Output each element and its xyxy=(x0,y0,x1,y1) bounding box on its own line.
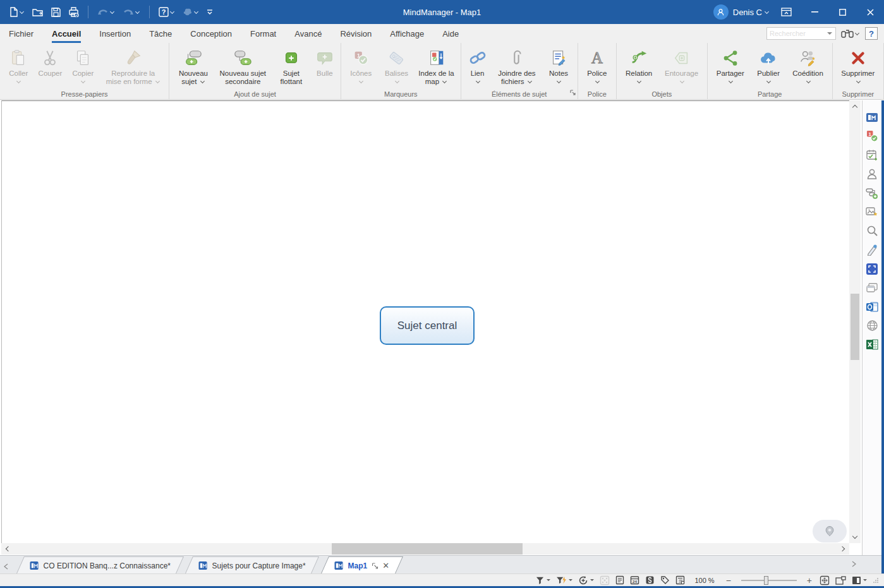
couper-button[interactable]: Couper xyxy=(35,45,66,79)
tab-tache[interactable]: Tâche xyxy=(149,24,172,43)
user-avatar[interactable] xyxy=(713,4,729,20)
user-menu[interactable]: Denis C xyxy=(733,8,762,17)
tab-affichage[interactable]: Affichage xyxy=(390,24,424,43)
close-tab-icon[interactable]: ✕ xyxy=(382,561,389,570)
outlook-panel-icon[interactable] xyxy=(864,300,880,313)
open-button[interactable] xyxy=(30,6,46,19)
tab-aide[interactable]: Aide xyxy=(442,24,459,43)
topic-links-toggle-button[interactable] xyxy=(645,575,655,585)
icones-button[interactable]: 1 Icônes xyxy=(344,45,378,87)
images-panel-icon[interactable] xyxy=(864,205,880,219)
document-tab-active[interactable]: Map1 ✕ xyxy=(321,556,403,573)
task-info-toggle-button[interactable]: 24 xyxy=(630,575,639,585)
map-locator-button[interactable] xyxy=(813,520,847,543)
tab-accueil[interactable]: Accueil xyxy=(52,24,81,43)
find-button[interactable] xyxy=(841,29,860,39)
document-tab[interactable]: Sujets pour Capture Image* xyxy=(185,556,319,573)
sujet-flottant-button[interactable]: Sujet flottant xyxy=(271,45,312,87)
fit-map-button[interactable] xyxy=(820,575,830,585)
document-tab[interactable]: CO EDITION Banq...z Connaissance* xyxy=(16,556,184,573)
help-button[interactable]: ? xyxy=(156,5,178,19)
tab-scroll-left-button[interactable] xyxy=(0,560,11,573)
search-panel-icon[interactable] xyxy=(864,224,880,237)
tab-avance[interactable]: Avancé xyxy=(294,24,322,43)
resources-panel-icon[interactable] xyxy=(864,167,880,181)
relation-button[interactable]: Relation xyxy=(619,45,658,87)
search-input[interactable] xyxy=(767,30,827,37)
ink-panel-icon[interactable] xyxy=(864,243,880,256)
lien-button[interactable]: Lien xyxy=(464,45,492,87)
outline-view-button[interactable] xyxy=(675,575,685,585)
excel-panel-icon[interactable] xyxy=(864,338,880,351)
ink-tools-button[interactable] xyxy=(180,6,202,18)
new-document-button[interactable] xyxy=(6,5,27,19)
task-info-panel-icon[interactable] xyxy=(864,148,880,162)
horizontal-scrollbar[interactable] xyxy=(1,543,849,555)
map-parts-panel-icon[interactable] xyxy=(864,186,880,200)
reproduire-mise-en-forme-button[interactable]: Reproduire la mise en forme xyxy=(100,45,166,87)
central-topic[interactable]: Sujet central xyxy=(380,306,475,345)
nouveau-sujet-secondaire-button[interactable]: Nouveau sujet secondaire xyxy=(215,45,271,87)
bulle-button[interactable]: Bulle xyxy=(312,45,338,79)
nouveau-sujet-button[interactable]: Nouveau sujet xyxy=(172,45,215,87)
scroll-up-arrow[interactable] xyxy=(849,102,861,112)
publier-button[interactable]: Publier xyxy=(751,45,787,87)
scroll-left-arrow[interactable] xyxy=(3,543,13,555)
capture-panel-icon[interactable] xyxy=(864,262,880,275)
tags-toggle-button[interactable] xyxy=(660,575,670,585)
web-panel-icon[interactable] xyxy=(864,319,880,332)
notes-toggle-button[interactable] xyxy=(615,575,624,585)
show-panels-button[interactable] xyxy=(835,576,846,585)
ribbon-display-options-button[interactable] xyxy=(781,8,792,16)
markers-panel-icon[interactable]: 1 xyxy=(864,129,880,143)
tab-insertion[interactable]: Insertion xyxy=(99,24,131,43)
minimize-button[interactable] xyxy=(801,0,828,24)
redo-button[interactable] xyxy=(120,6,143,18)
index-de-la-map-button[interactable]: Index de la map xyxy=(415,45,457,87)
save-button[interactable] xyxy=(49,6,63,19)
joindre-des-fichiers-button[interactable]: Joindre des fichiers xyxy=(491,45,542,87)
popout-icon[interactable] xyxy=(372,562,378,568)
filter-button[interactable] xyxy=(535,576,550,585)
resize-grip[interactable] xyxy=(873,577,879,584)
scroll-right-arrow[interactable] xyxy=(838,543,848,555)
scroll-down-arrow[interactable] xyxy=(849,532,861,542)
power-filter-button[interactable] xyxy=(556,576,572,585)
tab-revision[interactable]: Révision xyxy=(340,24,372,43)
maximize-button[interactable] xyxy=(828,0,856,24)
entourage-button[interactable]: Entourage xyxy=(658,45,704,87)
map-canvas[interactable]: Sujet central xyxy=(1,100,849,543)
chevron-down-icon[interactable] xyxy=(765,10,770,15)
zoom-out-button[interactable]: − xyxy=(724,575,733,585)
zoom-in-button[interactable]: + xyxy=(805,575,814,585)
vertical-scrollbar[interactable] xyxy=(849,100,861,543)
search-dropdown-icon[interactable] xyxy=(827,32,832,35)
coller-button[interactable]: Coller xyxy=(3,45,35,87)
windows-panel-icon[interactable] xyxy=(864,281,880,294)
close-button[interactable] xyxy=(856,0,884,24)
tab-fichier[interactable]: Fichier xyxy=(9,24,33,43)
coedition-button[interactable]: Coédition xyxy=(786,45,829,87)
dialog-launcher-icon[interactable] xyxy=(570,88,576,97)
auto-sync-button[interactable] xyxy=(578,575,594,585)
view-mode-button[interactable] xyxy=(852,576,867,585)
partager-button[interactable]: Partager xyxy=(710,45,751,87)
balises-button[interactable]: Balises xyxy=(378,45,415,87)
tab-format[interactable]: Format xyxy=(250,24,276,43)
zoom-slider[interactable] xyxy=(741,580,797,581)
tab-scroll-right-button[interactable] xyxy=(849,557,860,571)
copier-button[interactable]: Copier xyxy=(66,45,100,87)
zoom-slider-thumb[interactable] xyxy=(764,576,768,585)
notes-button[interactable]: Notes xyxy=(542,45,574,87)
police-button[interactable]: A Police xyxy=(581,45,614,87)
horizontal-scrollbar-thumb[interactable] xyxy=(332,543,523,555)
undo-button[interactable] xyxy=(95,6,118,18)
vertical-scrollbar-thumb[interactable] xyxy=(851,294,859,360)
customize-quick-access-button[interactable] xyxy=(204,7,215,17)
supprimer-button[interactable]: Supprimer xyxy=(835,45,881,87)
print-button[interactable] xyxy=(66,5,82,19)
help-pane-button[interactable]: ? xyxy=(865,27,878,40)
map-index-panel-icon[interactable] xyxy=(864,111,880,124)
chevron-down-icon xyxy=(595,80,600,84)
tab-conception[interactable]: Conception xyxy=(190,24,232,43)
